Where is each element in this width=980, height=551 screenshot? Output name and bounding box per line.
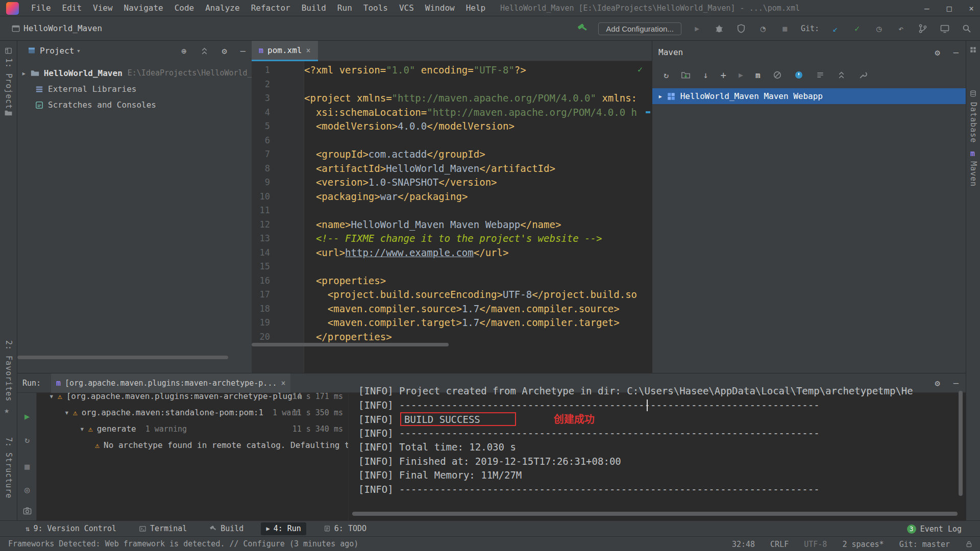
tree-row-external-libraries[interactable]: External Libraries — [17, 81, 252, 97]
git-branches-icon[interactable] — [917, 22, 929, 35]
star-icon[interactable]: ★ — [4, 406, 9, 415]
maven-project-row[interactable]: ▸ HelloWorld_Maven Maven Webapp — [652, 88, 966, 104]
close-window-icon[interactable]: × — [969, 4, 974, 13]
menu-item-view[interactable]: View — [87, 0, 118, 16]
caret-position[interactable]: 32:48 — [732, 540, 755, 549]
add-maven-project-icon[interactable]: + — [721, 70, 726, 80]
search-everywhere-icon[interactable] — [961, 22, 973, 35]
project-hscrollbar[interactable] — [17, 356, 228, 359]
collapse-all-icon[interactable] — [200, 47, 209, 56]
skip-tests-icon[interactable] — [773, 70, 782, 80]
menu-item-refactor[interactable]: Refactor — [246, 0, 296, 16]
menu-item-edit[interactable]: Edit — [57, 0, 88, 16]
commit-icon[interactable]: ✓ — [851, 22, 863, 35]
close-tab-icon[interactable]: × — [281, 379, 285, 388]
chevron-right-icon[interactable]: ▸ — [658, 91, 663, 101]
collapse-all-icon[interactable] — [837, 71, 846, 80]
camera-icon[interactable] — [17, 506, 37, 516]
stripe-tab-project[interactable]: 1: Project — [4, 58, 13, 109]
tab-pom-xml[interactable]: m pom.xml × — [252, 41, 318, 61]
encoding-indicator[interactable]: UTF-8 — [804, 540, 827, 549]
inspections-ok-icon[interactable]: ✓ — [638, 64, 643, 74]
line-ending-indicator[interactable]: CRLF — [770, 540, 789, 549]
menu-item-build[interactable]: Build — [296, 0, 332, 16]
maven-settings-wrench-icon[interactable] — [858, 70, 868, 80]
menu-item-navigate[interactable]: Navigate — [118, 0, 169, 16]
editor-hscrollbar[interactable] — [252, 343, 449, 346]
update-project-icon[interactable]: ↙ — [829, 22, 841, 35]
editor[interactable]: m pom.xml × 1<?xml version="1.0" encodin… — [252, 41, 652, 373]
lock-icon[interactable] — [965, 540, 973, 548]
folder-stripe-icon[interactable] — [4, 109, 13, 117]
console-output[interactable]: [INFO] Project created from Archetype in… — [358, 384, 959, 496]
event-log-button[interactable]: 3 Event Log — [907, 521, 962, 537]
maven-stripe-icon[interactable]: m — [970, 149, 975, 158]
toolwindow-terminal[interactable]: Terminal — [134, 522, 192, 535]
rerun-icon[interactable]: ▶ — [17, 411, 37, 421]
ant-stripe-icon[interactable] — [969, 46, 977, 54]
rollback-icon[interactable]: ↶ — [895, 22, 907, 35]
chevron-down-icon[interactable]: ▾ — [64, 408, 69, 417]
breadcrumb[interactable]: HelloWorld_Maven — [23, 16, 102, 41]
tree-row-scratches[interactable]: Scratches and Consoles — [17, 97, 252, 113]
toolwindow-run[interactable]: ▶ 4: Run — [261, 522, 306, 535]
run-tree-row[interactable]: ⚠No archetype found in remote catalog. D… — [37, 437, 348, 454]
run-tree-row[interactable]: ▾⚠[org.apache.maven.plugins:maven-archet… — [37, 388, 348, 405]
chevron-down-icon[interactable]: ▾ — [80, 424, 85, 434]
indent-indicator[interactable]: 2 spaces* — [842, 540, 884, 549]
gear-icon[interactable]: ⚙ — [935, 48, 940, 57]
menu-item-tools[interactable]: Tools — [358, 0, 394, 16]
debug-icon[interactable] — [713, 22, 725, 35]
menu-item-analyze[interactable]: Analyze — [200, 0, 245, 16]
toolwindow-todo[interactable]: 6: TODO — [318, 522, 372, 535]
refresh-icon[interactable]: ↻ — [17, 435, 37, 445]
hide-panel-icon[interactable]: — — [953, 48, 959, 57]
console-monitor-icon[interactable] — [939, 22, 951, 35]
run-tree-row[interactable]: ▾⚠generate1 warning11 s 340 ms — [37, 421, 348, 437]
splitter[interactable] — [348, 393, 349, 521]
add-configuration-button[interactable]: Add Configuration... — [598, 22, 681, 35]
build-hammer-icon[interactable] — [576, 22, 589, 35]
run-maven-build-icon[interactable]: ▶ — [739, 71, 743, 79]
maximize-window-icon[interactable]: □ — [947, 4, 952, 13]
gear-icon[interactable]: ⚙ — [222, 47, 227, 56]
status-message[interactable]: Frameworks Detected: Web framework is de… — [8, 537, 358, 551]
minimize-window-icon[interactable]: — — [924, 4, 929, 13]
chevron-right-icon[interactable]: ▸ — [21, 65, 27, 81]
menu-item-vcs[interactable]: VCS — [394, 0, 420, 16]
execute-maven-goal-icon[interactable]: m — [755, 70, 761, 80]
eye-icon[interactable]: ◎ — [17, 485, 37, 495]
profiler-icon[interactable]: ◔ — [757, 22, 769, 35]
menu-item-help[interactable]: Help — [460, 0, 492, 16]
run-icon[interactable]: ▶ — [691, 22, 703, 35]
menu-item-run[interactable]: Run — [332, 0, 358, 16]
coverage-icon[interactable] — [735, 22, 747, 35]
chevron-down-icon[interactable]: ▾ — [77, 47, 81, 54]
download-sources-icon[interactable]: ↓ — [703, 71, 708, 80]
close-tab-icon[interactable]: × — [306, 46, 310, 55]
chevron-down-icon[interactable]: ▾ — [49, 391, 54, 401]
offline-mode-icon[interactable] — [794, 70, 803, 80]
history-icon[interactable]: ◷ — [873, 22, 885, 35]
locate-file-icon[interactable]: ⊕ — [181, 47, 186, 56]
console-vscrollbar[interactable] — [959, 391, 963, 496]
database-icon[interactable] — [969, 90, 977, 97]
console-hscrollbar[interactable] — [352, 512, 958, 516]
stripe-tab-structure[interactable]: 7: Structure — [4, 437, 13, 498]
menu-item-file[interactable]: File — [26, 0, 57, 16]
run-tree-row[interactable]: ▾⚠org.apache.maven:standalone-pom:pom:11… — [37, 405, 348, 421]
stop-icon[interactable]: ■ — [779, 22, 791, 35]
hide-panel-icon[interactable]: — — [240, 47, 246, 56]
menu-item-window[interactable]: Window — [420, 0, 460, 16]
project-toolwindow-icon[interactable] — [5, 47, 12, 55]
toolwindow-version-control[interactable]: ⇅ 9: Version Control — [20, 522, 121, 535]
menu-item-code[interactable]: Code — [169, 0, 200, 16]
stop-icon[interactable]: ■ — [17, 461, 37, 471]
toolwindow-build[interactable]: Build — [204, 522, 249, 535]
stripe-tab-maven[interactable]: Maven — [969, 161, 978, 187]
project-panel-title[interactable]: Project — [40, 41, 74, 61]
generate-sources-icon[interactable] — [681, 70, 691, 80]
tree-row-project-root[interactable]: ▸ HelloWorld_Maven E:\IdeaProjects\Hello… — [17, 65, 252, 81]
show-dependencies-icon[interactable] — [816, 70, 825, 80]
stripe-tab-favorites[interactable]: 2: Favorites — [4, 340, 13, 402]
